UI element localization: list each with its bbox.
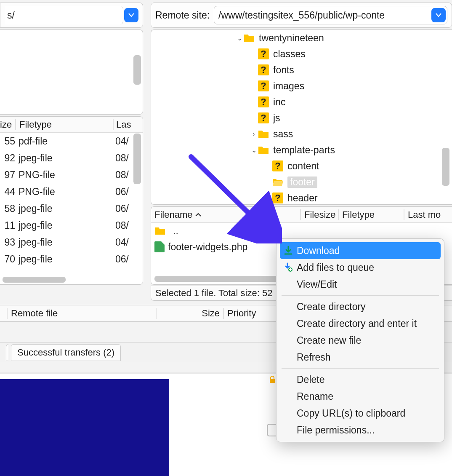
disclosure-icon[interactable]: ⌄	[235, 34, 244, 42]
php-file-icon	[154, 241, 165, 252]
lock-icon	[268, 375, 277, 384]
cell-size: 93	[0, 237, 15, 248]
disclosure-icon[interactable]: ›	[250, 130, 258, 138]
tree-item[interactable]: ⌄template-parts	[151, 142, 452, 158]
disclosure-icon[interactable]: ⌄	[250, 146, 258, 154]
column-size[interactable]: ize	[0, 119, 15, 130]
menu-create-file[interactable]: Create new file	[280, 332, 441, 349]
column-filesize[interactable]: Filesize	[300, 209, 338, 220]
menu-refresh[interactable]: Refresh	[280, 349, 441, 366]
cell-size: 58	[0, 203, 15, 214]
column-filetype[interactable]: Filetype	[338, 209, 404, 220]
list-item[interactable]: ..	[151, 223, 452, 239]
remote-list-header: Filename Filesize Filetype Last mo	[151, 207, 452, 223]
tree-item[interactable]: ?content	[151, 158, 452, 174]
local-list-header: ize Filetype Las	[0, 117, 143, 133]
chevron-down-icon	[128, 13, 134, 17]
column-last-modified[interactable]: Las	[113, 119, 138, 130]
cell-size: 44	[0, 186, 15, 198]
list-item[interactable]: 70jpeg-file06/	[0, 251, 143, 267]
menu-separator	[282, 295, 439, 296]
list-item[interactable]: 11jpeg-file08/	[0, 217, 143, 234]
tree-item-label: content	[287, 160, 319, 172]
menu-item-label: Refresh	[297, 352, 331, 363]
tree-item[interactable]: ?classes	[151, 46, 452, 62]
menu-item-label: Copy URL(s) to clipboard	[297, 408, 405, 419]
remote-site-bar: Remote site: /www/testingsitex_556/publi…	[151, 3, 452, 28]
cell-filetype: PNG-file	[15, 186, 113, 198]
local-tree-pane[interactable]	[0, 29, 143, 115]
menu-rename[interactable]: Rename	[280, 388, 441, 405]
cell-size: 11	[0, 220, 15, 231]
column-last-modified[interactable]: Last mo	[404, 209, 452, 220]
tree-item[interactable]: ?images	[151, 78, 452, 94]
tree-item-label: footer	[287, 176, 317, 188]
cell-last-modified: 06/	[113, 203, 138, 214]
menu-item-label: View/Edit	[297, 279, 337, 290]
menu-create-directory-enter[interactable]: Create directory and enter it	[280, 315, 441, 332]
tree-item-label: template-parts	[273, 144, 335, 156]
scrollbar-horizontal[interactable]	[3, 277, 66, 283]
local-path-input[interactable]: s/	[5, 6, 123, 24]
menu-download[interactable]: Download	[280, 242, 441, 259]
unknown-folder-icon: ?	[258, 64, 269, 75]
cell-last-modified: 06/	[113, 186, 138, 198]
page-background-panel	[0, 379, 169, 476]
remote-path-dropdown-button[interactable]	[431, 8, 446, 22]
folder-open-icon	[272, 177, 283, 187]
list-item[interactable]: 55pdf-file04/	[0, 133, 143, 150]
cell-filetype: jpeg-file	[15, 254, 113, 265]
scrollbar-horizontal[interactable]	[154, 276, 281, 282]
column-filename[interactable]: Filename	[151, 209, 300, 220]
tree-item[interactable]: footer	[151, 174, 452, 190]
column-priority[interactable]: Priority	[223, 308, 278, 319]
remote-tree-pane[interactable]: ⌄twentynineteen?classes?fonts?images?inc…	[151, 29, 452, 205]
menu-copy-url[interactable]: Copy URL(s) to clipboard	[280, 405, 441, 422]
cell-last-modified: 06/	[113, 254, 138, 265]
menu-view-edit[interactable]: View/Edit	[280, 276, 441, 293]
column-size[interactable]: Size	[156, 308, 223, 319]
unknown-folder-icon: ?	[258, 96, 269, 107]
list-item[interactable]: 58jpeg-file06/	[0, 200, 143, 217]
tab-successful-transfers[interactable]: Successful transfers (2)	[11, 344, 121, 361]
menu-create-directory[interactable]: Create directory	[280, 298, 441, 315]
scrollbar-vertical[interactable]	[133, 134, 141, 184]
folder-icon	[258, 145, 269, 155]
menu-item-label: Delete	[297, 374, 324, 385]
scrollbar-vertical[interactable]	[133, 55, 141, 85]
cell-filetype: jpeg-file	[15, 220, 113, 231]
folder-icon	[154, 226, 165, 235]
folder-icon	[244, 33, 255, 43]
menu-add-to-queue[interactable]: Add files to queue	[280, 259, 441, 276]
menu-item-label: Add files to queue	[297, 262, 374, 273]
cell-last-modified: 04/	[113, 237, 138, 248]
menu-delete[interactable]: Delete	[280, 371, 441, 388]
cell-filetype: jpeg-file	[15, 203, 113, 214]
menu-item-label: Download	[297, 245, 340, 257]
column-remote-file[interactable]: Remote file	[7, 308, 156, 319]
cell-filetype: pdf-file	[15, 136, 113, 147]
cell-filetype: jpeg-file	[15, 152, 113, 164]
local-path-dropdown-button[interactable]	[124, 8, 138, 22]
list-item[interactable]: 92jpeg-file08/	[0, 150, 143, 166]
cell-filename: ..	[173, 225, 178, 237]
menu-item-label: File permissions...	[297, 425, 375, 436]
list-item[interactable]: 44PNG-file06/	[0, 183, 143, 200]
menu-item-label: Create directory	[297, 301, 366, 313]
menu-file-permissions[interactable]: File permissions...	[280, 422, 441, 439]
tree-item[interactable]: ›sass	[151, 126, 452, 142]
list-item[interactable]: 93jpeg-file04/	[0, 234, 143, 251]
local-site-bar: s/	[0, 3, 143, 28]
tree-item[interactable]: ?header	[151, 190, 452, 205]
download-icon	[282, 245, 294, 257]
tree-item[interactable]: ?js	[151, 110, 452, 126]
tab-queued-files[interactable]	[6, 344, 8, 361]
menu-separator	[282, 368, 439, 369]
remote-path-input[interactable]: /www/testingsitex_556/public/wp-conte	[214, 6, 447, 24]
tree-item[interactable]: ⌄twentynineteen	[151, 30, 452, 46]
column-filetype[interactable]: Filetype	[15, 119, 113, 130]
list-item[interactable]: 97PNG-file08/	[0, 166, 143, 183]
tree-item[interactable]: ?fonts	[151, 62, 452, 78]
tree-item[interactable]: ?inc	[151, 94, 452, 110]
scrollbar-vertical[interactable]	[442, 148, 449, 186]
